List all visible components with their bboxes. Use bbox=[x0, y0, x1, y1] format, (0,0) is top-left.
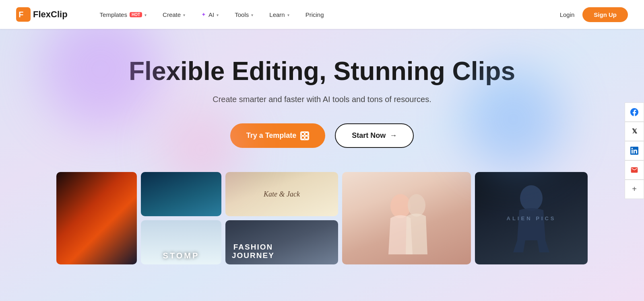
card-column-fashion: Kate & Jack FASHIONJOURNEY bbox=[225, 172, 338, 264]
logo-text: FlexClip bbox=[33, 9, 68, 20]
preview-card-fashion[interactable]: FASHIONJOURNEY bbox=[225, 220, 338, 264]
nav-learn-label: Learn bbox=[269, 11, 285, 18]
more-share-button[interactable]: + bbox=[625, 180, 644, 199]
stomp-label: STOMP bbox=[163, 251, 200, 260]
nav-ai-label: AI bbox=[208, 11, 214, 18]
twitter-share-button[interactable]: 𝕏 bbox=[625, 122, 644, 141]
facebook-icon bbox=[630, 108, 638, 116]
login-button[interactable]: Login bbox=[560, 11, 575, 18]
nav-item-ai[interactable]: ✦ AI ▾ bbox=[193, 11, 227, 18]
hero-section: Flexible Editing, Stunning Clips Create … bbox=[0, 29, 644, 301]
learn-chevron: ▾ bbox=[287, 13, 289, 17]
preview-card-alien[interactable]: ALIEN PICS bbox=[475, 172, 588, 264]
create-chevron: ▾ bbox=[183, 13, 185, 17]
nav-item-create[interactable]: Create ▾ bbox=[155, 11, 193, 18]
nav-templates-label: Templates bbox=[100, 11, 127, 18]
hero-buttons: Try a Template Start Now → bbox=[0, 123, 644, 148]
svg-rect-4 bbox=[301, 136, 304, 139]
try-template-label: Try a Template bbox=[246, 131, 297, 140]
plus-icon: + bbox=[632, 184, 637, 194]
preview-card-couple[interactable] bbox=[342, 172, 471, 264]
preview-card-dark[interactable] bbox=[56, 172, 137, 264]
ai-chevron: ▾ bbox=[217, 13, 219, 17]
svg-point-7 bbox=[408, 194, 425, 217]
twitter-x-icon: 𝕏 bbox=[632, 127, 637, 135]
preview-strip: STOMP Kate & Jack FASHIONJOURNEY bbox=[0, 172, 644, 264]
nav-tools-label: Tools bbox=[235, 11, 249, 18]
template-grid-icon bbox=[300, 131, 309, 140]
nav-item-tools[interactable]: Tools ▾ bbox=[227, 11, 261, 18]
wedding-names-label: Kate & Jack bbox=[264, 190, 300, 199]
linkedin-icon bbox=[630, 147, 638, 155]
logo[interactable]: F FlexClip bbox=[16, 7, 68, 22]
email-icon bbox=[630, 166, 638, 174]
signup-button[interactable]: Sign Up bbox=[582, 7, 628, 22]
hero-title: Flexible Editing, Stunning Clips bbox=[0, 57, 644, 85]
nav-right: Login Sign Up bbox=[560, 7, 628, 22]
navbar: F FlexClip Templates HOT ▾ Create ▾ ✦ AI… bbox=[0, 0, 644, 29]
nav-create-label: Create bbox=[163, 11, 181, 18]
preview-card-wedding[interactable]: Kate & Jack bbox=[225, 172, 338, 216]
ai-star-icon: ✦ bbox=[201, 11, 206, 18]
facebook-share-button[interactable] bbox=[625, 102, 644, 122]
nav-item-learn[interactable]: Learn ▾ bbox=[261, 11, 297, 18]
try-template-button[interactable]: Try a Template bbox=[230, 123, 326, 148]
hot-badge: HOT bbox=[130, 12, 142, 17]
svg-rect-3 bbox=[305, 133, 308, 135]
svg-rect-2 bbox=[301, 133, 304, 135]
couple-silhouette bbox=[366, 182, 447, 254]
tools-chevron: ▾ bbox=[251, 13, 253, 17]
start-arrow-icon: → bbox=[390, 131, 397, 140]
start-now-button[interactable]: Start Now → bbox=[335, 123, 414, 148]
svg-point-8 bbox=[520, 185, 543, 211]
preview-card-ocean-bottom[interactable]: STOMP bbox=[141, 220, 221, 264]
nav-item-templates[interactable]: Templates HOT ▾ bbox=[92, 11, 155, 18]
nav-item-pricing[interactable]: Pricing bbox=[297, 11, 332, 18]
start-now-label: Start Now bbox=[352, 131, 386, 140]
templates-chevron: ▾ bbox=[144, 13, 147, 17]
nav-pricing-label: Pricing bbox=[305, 11, 324, 18]
linkedin-share-button[interactable] bbox=[625, 141, 644, 160]
svg-rect-5 bbox=[305, 136, 308, 139]
fashion-journey-label: FASHIONJOURNEY bbox=[232, 243, 275, 260]
hero-subtitle: Create smarter and faster with AI tools … bbox=[0, 95, 644, 104]
card-column-ocean: STOMP bbox=[141, 172, 221, 264]
svg-text:F: F bbox=[19, 10, 23, 19]
alien-text-label: ALIEN PICS bbox=[507, 215, 556, 221]
social-sidebar: 𝕏 + bbox=[625, 102, 644, 199]
svg-point-6 bbox=[390, 194, 411, 218]
nav-links: Templates HOT ▾ Create ▾ ✦ AI ▾ Tools ▾ bbox=[92, 11, 560, 18]
preview-card-ocean-top[interactable] bbox=[141, 172, 221, 216]
email-share-button[interactable] bbox=[625, 160, 644, 180]
